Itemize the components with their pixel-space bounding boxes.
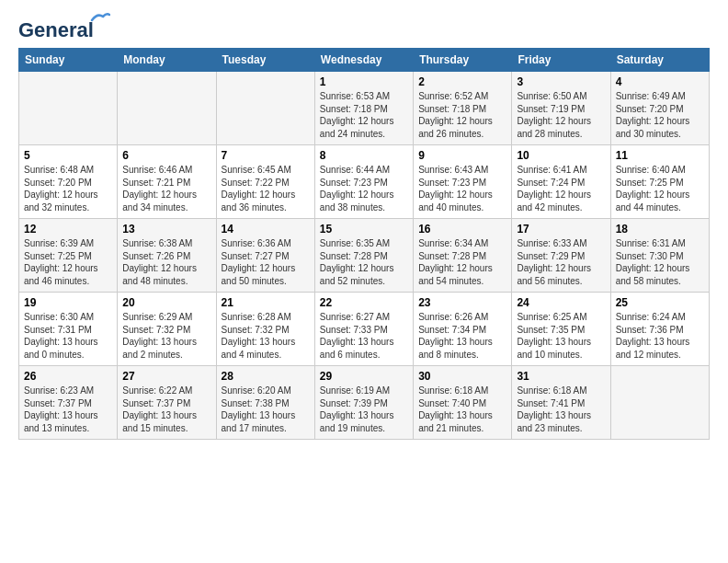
day-info: Sunrise: 6:36 AMSunset: 7:27 PMDaylight:… xyxy=(222,237,310,287)
calendar-cell: 30Sunrise: 6:18 AMSunset: 7:40 PMDayligh… xyxy=(414,366,512,440)
day-info: Sunrise: 6:20 AMSunset: 7:38 PMDaylight:… xyxy=(222,385,310,434)
calendar-week-row: 19Sunrise: 6:30 AMSunset: 7:31 PMDayligh… xyxy=(19,293,710,366)
calendar-cell: 1Sunrise: 6:53 AMSunset: 7:18 PMDaylight… xyxy=(314,72,413,145)
day-info: Sunrise: 6:43 AMSunset: 7:23 PMDaylight:… xyxy=(418,164,506,213)
day-number: 30 xyxy=(418,370,506,383)
calendar-cell: 12Sunrise: 6:39 AMSunset: 7:25 PMDayligh… xyxy=(19,219,118,293)
day-info: Sunrise: 6:52 AMSunset: 7:18 PMDaylight:… xyxy=(418,90,506,140)
day-number: 25 xyxy=(616,296,704,309)
day-number: 22 xyxy=(320,296,408,309)
calendar-week-row: 1Sunrise: 6:53 AMSunset: 7:18 PMDaylight… xyxy=(19,72,710,145)
weekday-header-monday: Monday xyxy=(118,49,216,72)
day-number: 31 xyxy=(517,370,605,383)
day-info: Sunrise: 6:48 AMSunset: 7:20 PMDaylight:… xyxy=(24,164,112,213)
calendar-cell: 25Sunrise: 6:24 AMSunset: 7:36 PMDayligh… xyxy=(610,293,709,366)
calendar-cell: 20Sunrise: 6:29 AMSunset: 7:32 PMDayligh… xyxy=(118,293,216,366)
day-info: Sunrise: 6:27 AMSunset: 7:33 PMDaylight:… xyxy=(320,311,408,361)
day-number: 8 xyxy=(320,149,408,162)
day-number: 27 xyxy=(122,370,210,383)
weekday-header-tuesday: Tuesday xyxy=(216,49,314,72)
day-info: Sunrise: 6:35 AMSunset: 7:28 PMDaylight:… xyxy=(320,237,408,287)
day-number: 3 xyxy=(517,75,605,88)
calendar-cell: 13Sunrise: 6:38 AMSunset: 7:26 PMDayligh… xyxy=(118,219,216,293)
day-number: 13 xyxy=(122,223,210,236)
day-info: Sunrise: 6:23 AMSunset: 7:37 PMDaylight:… xyxy=(24,385,112,434)
day-number: 24 xyxy=(517,296,605,309)
calendar-cell: 23Sunrise: 6:26 AMSunset: 7:34 PMDayligh… xyxy=(414,293,512,366)
calendar-cell: 18Sunrise: 6:31 AMSunset: 7:30 PMDayligh… xyxy=(610,219,709,293)
day-info: Sunrise: 6:29 AMSunset: 7:32 PMDaylight:… xyxy=(122,311,210,361)
calendar-cell: 24Sunrise: 6:25 AMSunset: 7:35 PMDayligh… xyxy=(512,293,610,366)
logo-bird-icon xyxy=(90,11,110,24)
day-number: 5 xyxy=(24,149,112,162)
logo: General xyxy=(18,18,94,39)
calendar-cell: 26Sunrise: 6:23 AMSunset: 7:37 PMDayligh… xyxy=(19,366,118,440)
day-number: 28 xyxy=(222,370,310,383)
calendar-table: SundayMondayTuesdayWednesdayThursdayFrid… xyxy=(18,48,710,440)
day-info: Sunrise: 6:45 AMSunset: 7:22 PMDaylight:… xyxy=(222,164,310,213)
day-info: Sunrise: 6:24 AMSunset: 7:36 PMDaylight:… xyxy=(616,311,704,361)
day-number: 19 xyxy=(24,296,112,309)
calendar-cell: 5Sunrise: 6:48 AMSunset: 7:20 PMDaylight… xyxy=(19,145,118,219)
day-number: 17 xyxy=(517,223,605,236)
calendar-cell: 9Sunrise: 6:43 AMSunset: 7:23 PMDaylight… xyxy=(414,145,512,219)
calendar-cell: 16Sunrise: 6:34 AMSunset: 7:28 PMDayligh… xyxy=(414,219,512,293)
day-info: Sunrise: 6:33 AMSunset: 7:29 PMDaylight:… xyxy=(517,237,605,287)
calendar-week-row: 5Sunrise: 6:48 AMSunset: 7:20 PMDaylight… xyxy=(19,145,710,219)
calendar-cell: 17Sunrise: 6:33 AMSunset: 7:29 PMDayligh… xyxy=(512,219,610,293)
day-info: Sunrise: 6:41 AMSunset: 7:24 PMDaylight:… xyxy=(517,164,605,213)
day-info: Sunrise: 6:19 AMSunset: 7:39 PMDaylight:… xyxy=(320,385,408,434)
day-info: Sunrise: 6:28 AMSunset: 7:32 PMDaylight:… xyxy=(222,311,310,361)
calendar-week-row: 26Sunrise: 6:23 AMSunset: 7:37 PMDayligh… xyxy=(19,366,710,440)
calendar-cell: 21Sunrise: 6:28 AMSunset: 7:32 PMDayligh… xyxy=(216,293,314,366)
day-number: 29 xyxy=(320,370,408,383)
calendar-cell: 29Sunrise: 6:19 AMSunset: 7:39 PMDayligh… xyxy=(314,366,413,440)
day-number: 20 xyxy=(122,296,210,309)
day-number: 21 xyxy=(222,296,310,309)
calendar-cell xyxy=(216,72,314,145)
day-number: 16 xyxy=(418,223,506,236)
day-info: Sunrise: 6:18 AMSunset: 7:41 PMDaylight:… xyxy=(517,385,605,434)
calendar-cell: 28Sunrise: 6:20 AMSunset: 7:38 PMDayligh… xyxy=(216,366,314,440)
day-info: Sunrise: 6:53 AMSunset: 7:18 PMDaylight:… xyxy=(320,90,408,140)
day-number: 10 xyxy=(517,149,605,162)
day-number: 7 xyxy=(222,149,310,162)
day-info: Sunrise: 6:44 AMSunset: 7:23 PMDaylight:… xyxy=(320,164,408,213)
calendar-cell: 11Sunrise: 6:40 AMSunset: 7:25 PMDayligh… xyxy=(610,145,709,219)
weekday-header-row: SundayMondayTuesdayWednesdayThursdayFrid… xyxy=(19,49,710,72)
calendar-cell: 10Sunrise: 6:41 AMSunset: 7:24 PMDayligh… xyxy=(512,145,610,219)
weekday-header-friday: Friday xyxy=(512,49,610,72)
calendar-cell: 4Sunrise: 6:49 AMSunset: 7:20 PMDaylight… xyxy=(610,72,709,145)
logo-general: General xyxy=(18,18,94,41)
day-number: 1 xyxy=(320,75,408,88)
day-number: 23 xyxy=(418,296,506,309)
day-info: Sunrise: 6:31 AMSunset: 7:30 PMDaylight:… xyxy=(616,237,704,287)
day-info: Sunrise: 6:40 AMSunset: 7:25 PMDaylight:… xyxy=(616,164,704,213)
weekday-header-thursday: Thursday xyxy=(414,49,512,72)
day-number: 14 xyxy=(222,223,310,236)
day-number: 11 xyxy=(616,149,704,162)
weekday-header-sunday: Sunday xyxy=(19,49,118,72)
calendar-cell: 19Sunrise: 6:30 AMSunset: 7:31 PMDayligh… xyxy=(19,293,118,366)
calendar-cell: 7Sunrise: 6:45 AMSunset: 7:22 PMDaylight… xyxy=(216,145,314,219)
day-number: 4 xyxy=(616,75,704,88)
day-number: 12 xyxy=(24,223,112,236)
weekday-header-saturday: Saturday xyxy=(610,49,709,72)
calendar-cell xyxy=(610,366,709,440)
day-info: Sunrise: 6:34 AMSunset: 7:28 PMDaylight:… xyxy=(418,237,506,287)
calendar-cell: 3Sunrise: 6:50 AMSunset: 7:19 PMDaylight… xyxy=(512,72,610,145)
day-info: Sunrise: 6:49 AMSunset: 7:20 PMDaylight:… xyxy=(616,90,704,140)
calendar-cell: 15Sunrise: 6:35 AMSunset: 7:28 PMDayligh… xyxy=(314,219,413,293)
day-info: Sunrise: 6:39 AMSunset: 7:25 PMDaylight:… xyxy=(24,237,112,287)
calendar-cell: 8Sunrise: 6:44 AMSunset: 7:23 PMDaylight… xyxy=(314,145,413,219)
calendar-cell: 6Sunrise: 6:46 AMSunset: 7:21 PMDaylight… xyxy=(118,145,216,219)
day-info: Sunrise: 6:22 AMSunset: 7:37 PMDaylight:… xyxy=(122,385,210,434)
calendar-cell: 22Sunrise: 6:27 AMSunset: 7:33 PMDayligh… xyxy=(314,293,413,366)
calendar-cell: 27Sunrise: 6:22 AMSunset: 7:37 PMDayligh… xyxy=(118,366,216,440)
day-number: 26 xyxy=(24,370,112,383)
day-info: Sunrise: 6:18 AMSunset: 7:40 PMDaylight:… xyxy=(418,385,506,434)
day-number: 15 xyxy=(320,223,408,236)
day-number: 2 xyxy=(418,75,506,88)
day-info: Sunrise: 6:25 AMSunset: 7:35 PMDaylight:… xyxy=(517,311,605,361)
day-number: 9 xyxy=(418,149,506,162)
